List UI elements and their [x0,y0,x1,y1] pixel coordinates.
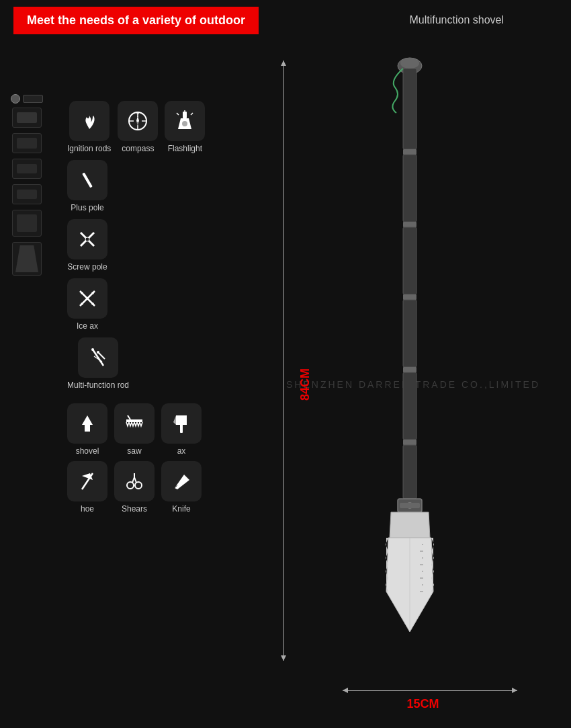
screw-pole-label: Screw pole [67,262,107,272]
svg-rect-44 [403,69,416,149]
flashlight-icon [165,101,205,141]
svg-rect-51 [403,367,416,372]
multi-function-rod-icon [78,337,118,378]
ignition-rods-icon [69,101,109,141]
svg-rect-50 [403,300,416,367]
tool-ice-ax: Ice ax [67,278,107,331]
compass-label: compass [122,144,154,153]
svg-marker-33 [176,415,187,425]
svg-rect-9 [183,112,187,118]
svg-marker-30 [82,415,93,432]
svg-text:N: N [137,111,140,115]
tool-hoe: hoe [67,461,107,514]
ignition-rods-label: Ignition rods [67,144,111,153]
header-banner: Meet the needs of a variety of outdoor [13,7,259,34]
plus-pole-icon [67,160,107,200]
svg-line-12 [177,113,179,115]
svg-rect-53 [403,440,416,445]
hoe-icon [67,461,107,501]
tool-shears: Shears [114,461,155,514]
svg-rect-47 [403,222,416,227]
svg-line-13 [191,113,193,115]
svg-rect-49 [403,294,416,300]
svg-marker-34 [173,415,176,425]
svg-point-28 [91,348,94,351]
saw-icon [114,403,155,444]
tool-ax: ax [161,403,202,456]
shovel-svg [343,54,477,639]
flashlight-label: Flashlight [168,144,202,153]
tool-ignition-rods: Ignition rods [67,101,111,153]
svg-line-31 [128,415,130,419]
svg-rect-46 [403,155,416,222]
right-panel: SHENZHEN DARREN TRADE CO.,LIMITED 84CM [255,40,571,728]
svg-rect-45 [403,149,416,155]
ice-ax-icon [67,278,107,319]
plus-pole-label: Plus pole [71,203,103,212]
svg-rect-32 [180,423,183,433]
svg-point-37 [135,482,142,489]
svg-rect-54 [403,445,416,499]
left-panel: Ignition rods N compas [0,40,255,728]
svg-point-11 [182,121,187,126]
svg-line-39 [134,477,136,483]
tool-knife: Knife [161,461,202,514]
tool-plus-pole: Plus pole [67,160,107,212]
ax-icon [161,403,202,444]
hoe-label: hoe [81,504,94,514]
width-dimension-label: 15CM [406,697,439,711]
tool-screw-pole: Screw pole [67,219,107,272]
tool-flashlight: Flashlight [165,101,205,153]
header-title: Multifunction shovel [409,14,504,26]
svg-point-29 [97,351,99,354]
svg-rect-52 [403,372,416,440]
shears-icon [114,461,155,501]
tool-saw: saw [114,403,155,456]
shovel-label: shovel [76,446,99,456]
screw-pole-icon [67,219,107,259]
shovel-icon [67,403,107,444]
compass-icon: N [118,101,158,141]
tool-compass: N compass [118,101,158,153]
tool-multi-function-rod: Multi-function rod [67,337,129,390]
main-content: Ignition rods N compas [0,40,571,728]
components-column [7,94,47,276]
ax-label: ax [177,446,186,456]
height-dimension-label: 84CM [298,368,312,400]
ice-ax-label: Ice ax [77,321,98,331]
shears-label: Shears [122,504,147,514]
svg-point-43 [400,58,419,69]
header: Meet the needs of a variety of outdoor M… [0,0,571,40]
knife-label: Knife [172,504,190,514]
tool-shovel: shovel [67,403,107,456]
multi-function-rod-label: Multi-function rod [67,380,129,390]
knife-icon [161,461,202,501]
saw-label: saw [127,446,141,456]
svg-point-18 [85,237,89,241]
svg-rect-15 [82,173,92,188]
svg-point-36 [127,482,134,489]
svg-rect-48 [403,227,416,294]
svg-rect-57 [400,503,420,508]
